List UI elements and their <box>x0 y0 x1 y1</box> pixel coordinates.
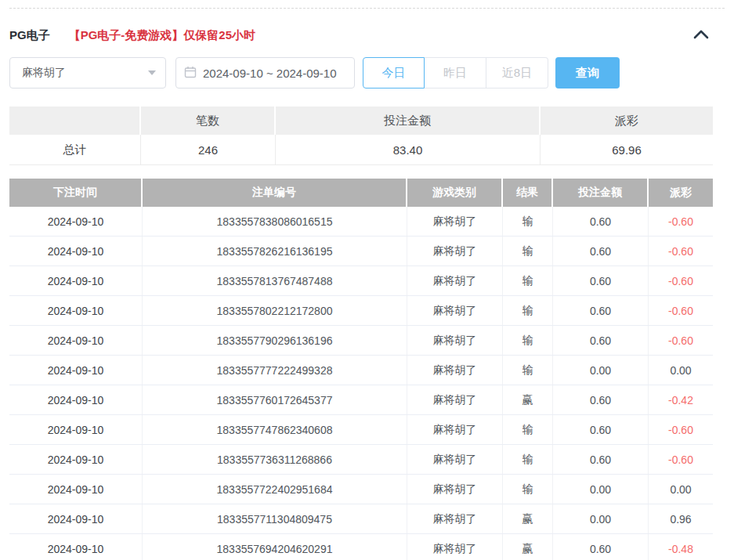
payout-cell: -0.42 <box>649 385 713 414</box>
table-row: 2024-09-10 1833557813767487488 麻将胡了 输 0.… <box>9 266 713 296</box>
payout-cell: -0.60 <box>649 296 713 325</box>
summary-total-label: 总计 <box>9 135 141 164</box>
game-type-cell: 麻将胡了 <box>407 356 503 385</box>
payout-cell: -0.60 <box>649 326 713 355</box>
bet-id-cell: 1833557790296136196 <box>143 326 407 355</box>
col-bet-amount: 投注金额 <box>553 179 649 207</box>
payout-cell: -0.60 <box>649 415 713 444</box>
col-game-type: 游戏类别 <box>407 179 503 207</box>
result-cell: 输 <box>503 445 553 474</box>
panel-title: PG电子 <box>9 28 50 43</box>
summary-total-payout: 69.96 <box>541 135 713 164</box>
yesterday-button[interactable]: 昨日 <box>425 57 486 89</box>
dashed-divider <box>9 8 725 9</box>
table-row: 2024-09-10 1833557826216136195 麻将胡了 输 0.… <box>9 237 713 266</box>
summary-total-count: 246 <box>141 135 276 164</box>
payout-cell: -0.60 <box>649 207 713 236</box>
collapse-button[interactable] <box>689 25 713 45</box>
bet-id-cell: 1833557747862340608 <box>143 415 407 444</box>
query-button[interactable]: 查询 <box>555 57 620 89</box>
payout-cell: 0.00 <box>649 356 713 385</box>
game-type-cell: 麻将胡了 <box>407 326 503 355</box>
bet-time-cell: 2024-09-10 <box>9 207 143 236</box>
table-row: 2024-09-10 1833557802212172800 麻将胡了 输 0.… <box>9 296 713 326</box>
bet-amount-cell: 0.00 <box>553 356 649 385</box>
result-cell: 输 <box>503 326 553 355</box>
panel-notice: 【PG电子-免费游戏】仅保留25小时 <box>69 28 255 43</box>
bet-amount-cell: 0.00 <box>553 504 649 533</box>
result-cell: 输 <box>503 356 553 385</box>
payout-cell: 0.00 <box>649 475 713 504</box>
bet-time-cell: 2024-09-10 <box>9 475 143 504</box>
summary-total-row: 总计 246 83.40 69.96 <box>9 135 713 165</box>
game-select-value: 麻将胡了 <box>22 66 66 80</box>
game-type-cell: 麻将胡了 <box>407 504 503 533</box>
game-type-cell: 麻将胡了 <box>407 207 503 236</box>
last8days-button[interactable]: 近8日 <box>486 57 548 89</box>
game-type-cell: 麻将胡了 <box>407 385 503 414</box>
game-type-cell: 麻将胡了 <box>407 534 503 560</box>
bet-id-cell: 1833557694204620291 <box>143 534 407 560</box>
quick-range-group: 今日 昨日 近8日 <box>363 57 548 89</box>
bet-id-cell: 1833557760172645377 <box>143 385 407 414</box>
bet-table-header-row: 下注时间 注单编号 游戏类别 结果 投注金额 派彩 <box>9 179 713 207</box>
summary-col-empty <box>9 107 141 135</box>
caret-down-icon <box>148 70 156 75</box>
summary-table: 笔数 投注金额 派彩 总计 246 83.40 69.96 <box>9 107 713 165</box>
col-bet-id: 注单编号 <box>143 179 407 207</box>
table-row: 2024-09-10 1833557747862340608 麻将胡了 输 0.… <box>9 415 713 445</box>
bet-id-cell: 1833557736311268866 <box>143 445 407 474</box>
table-row: 2024-09-10 1833557711304809475 麻将胡了 赢 0.… <box>9 504 713 534</box>
bet-amount-cell: 0.60 <box>553 326 649 355</box>
bet-time-cell: 2024-09-10 <box>9 266 143 295</box>
summary-col-bet-amount: 投注金额 <box>276 107 541 135</box>
bet-time-cell: 2024-09-10 <box>9 504 143 533</box>
table-row: 2024-09-10 1833557736311268866 麻将胡了 输 0.… <box>9 445 713 475</box>
payout-cell: 0.96 <box>649 504 713 533</box>
result-cell: 输 <box>503 296 553 325</box>
today-button[interactable]: 今日 <box>363 57 425 89</box>
result-cell: 输 <box>503 237 553 266</box>
panel-header: PG电子 【PG电子-免费游戏】仅保留25小时 <box>9 25 713 45</box>
date-range-input[interactable]: 2024-09-10 ~ 2024-09-10 <box>175 57 355 89</box>
bet-id-cell: 1833557813767487488 <box>143 266 407 295</box>
table-row: 2024-09-10 1833557694204620291 麻将胡了 赢 0.… <box>9 534 713 560</box>
bet-amount-cell: 0.60 <box>553 296 649 325</box>
summary-col-count: 笔数 <box>141 107 276 135</box>
bet-id-cell: 1833557777222499328 <box>143 356 407 385</box>
game-type-cell: 麻将胡了 <box>407 415 503 444</box>
col-result: 结果 <box>503 179 553 207</box>
bet-records-table: 下注时间 注单编号 游戏类别 结果 投注金额 派彩 2024-09-10 183… <box>9 179 713 560</box>
payout-cell: -0.48 <box>649 534 713 560</box>
bet-id-cell: 1833557826216136195 <box>143 237 407 266</box>
table-row: 2024-09-10 1833557777222499328 麻将胡了 输 0.… <box>9 356 713 385</box>
bet-time-cell: 2024-09-10 <box>9 296 143 325</box>
payout-cell: -0.60 <box>649 237 713 266</box>
bet-amount-cell: 0.60 <box>553 385 649 414</box>
bet-amount-cell: 0.00 <box>553 475 649 504</box>
game-type-cell: 麻将胡了 <box>407 445 503 474</box>
summary-col-payout: 派彩 <box>541 107 713 135</box>
result-cell: 输 <box>503 266 553 295</box>
table-row: 2024-09-10 1833557790296136196 麻将胡了 输 0.… <box>9 326 713 356</box>
game-type-cell: 麻将胡了 <box>407 296 503 325</box>
payout-cell: -0.60 <box>649 266 713 295</box>
bet-time-cell: 2024-09-10 <box>9 356 143 385</box>
result-cell: 赢 <box>503 504 553 533</box>
table-body: 2024-09-10 1833557838086016515 麻将胡了 输 0.… <box>9 207 713 560</box>
game-type-cell: 麻将胡了 <box>407 266 503 295</box>
result-cell: 赢 <box>503 534 553 560</box>
game-type-cell: 麻将胡了 <box>407 237 503 266</box>
bet-time-cell: 2024-09-10 <box>9 415 143 444</box>
game-select[interactable]: 麻将胡了 <box>9 57 166 89</box>
table-row: 2024-09-10 1833557838086016515 麻将胡了 输 0.… <box>9 207 713 237</box>
result-cell: 输 <box>503 475 553 504</box>
result-cell: 输 <box>503 207 553 236</box>
bet-time-cell: 2024-09-10 <box>9 534 143 560</box>
payout-cell: -0.60 <box>649 445 713 474</box>
col-payout: 派彩 <box>649 179 713 207</box>
bet-amount-cell: 0.60 <box>553 207 649 236</box>
table-row: 2024-09-10 1833557760172645377 麻将胡了 赢 0.… <box>9 385 713 415</box>
bet-id-cell: 1833557711304809475 <box>143 504 407 533</box>
table-row: 2024-09-10 1833557722402951684 麻将胡了 输 0.… <box>9 475 713 504</box>
